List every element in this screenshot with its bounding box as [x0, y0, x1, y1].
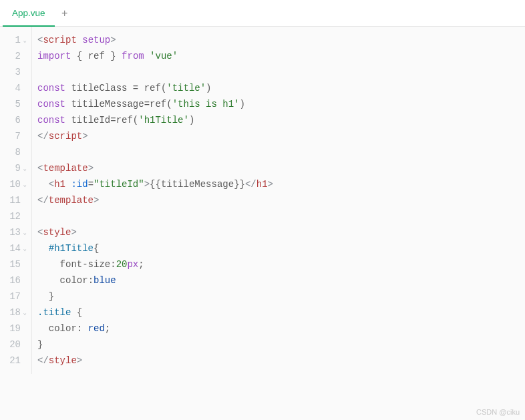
code-line[interactable]: <script setup>	[37, 32, 525, 48]
new-tab-button[interactable]: +	[55, 7, 75, 19]
line-number: 6	[0, 112, 27, 128]
code-line[interactable]: <h1 :id="titleId">{{titileMessage}}</h1>	[37, 176, 525, 192]
line-number: 14⌄	[0, 240, 27, 256]
fold-chevron-icon[interactable]: ⌄	[23, 225, 27, 241]
line-number: 8	[0, 144, 27, 160]
line-number: 21	[0, 353, 27, 369]
code-editor[interactable]: 1⌄23456789⌄10⌄111213⌄14⌄15161718⌄192021 …	[0, 27, 525, 374]
code-line[interactable]: #h1Title{	[37, 240, 525, 256]
fold-chevron-icon[interactable]: ⌄	[23, 177, 27, 193]
fold-chevron-icon[interactable]: ⌄	[23, 305, 27, 321]
code-line[interactable]: const titleClass = ref('title')	[37, 80, 525, 96]
line-number: 18⌄	[0, 304, 27, 321]
line-number: 7	[0, 128, 27, 144]
code-line[interactable]: const titleId=ref('h1Title')	[37, 112, 525, 128]
line-number: 16	[0, 272, 27, 288]
fold-chevron-icon[interactable]: ⌄	[23, 161, 27, 177]
code-line[interactable]	[37, 64, 525, 80]
line-number: 5	[0, 96, 27, 112]
line-number: 1⌄	[0, 32, 27, 48]
line-number: 9⌄	[0, 160, 27, 176]
code-line[interactable]: }	[37, 288, 525, 304]
code-line[interactable]: font-size:20px;	[37, 256, 525, 272]
gutter: 1⌄23456789⌄10⌄111213⌄14⌄15161718⌄192021	[0, 27, 32, 374]
fold-chevron-icon[interactable]: ⌄	[23, 33, 27, 49]
line-number: 13⌄	[0, 224, 27, 240]
line-number: 4	[0, 80, 27, 96]
line-number: 19	[0, 321, 27, 337]
code-line[interactable]: </template>	[37, 192, 525, 208]
code-line[interactable]: </script>	[37, 128, 525, 144]
tab-bar: App.vue +	[0, 0, 525, 27]
line-number: 20	[0, 337, 27, 353]
tab-app-vue[interactable]: App.vue	[3, 0, 55, 27]
code-line[interactable]	[37, 144, 525, 160]
code-line[interactable]: import { ref } from 'vue'	[37, 48, 525, 64]
code-line[interactable]: </style>	[37, 353, 525, 369]
line-number: 15	[0, 256, 27, 272]
line-number: 17	[0, 288, 27, 304]
line-number: 11	[0, 192, 27, 208]
watermark: CSDN @ciku	[476, 408, 520, 416]
code-line[interactable]: .title {	[37, 304, 525, 321]
code-line[interactable]: color: red;	[37, 321, 525, 337]
code-line[interactable]	[37, 208, 525, 224]
code-line[interactable]: <style>	[37, 224, 525, 240]
code-line[interactable]: }	[37, 337, 525, 353]
code-line[interactable]: color:blue	[37, 272, 525, 288]
line-number: 12	[0, 208, 27, 224]
code-line[interactable]: const titileMessage=ref('this is h1')	[37, 96, 525, 112]
code-line[interactable]: <template>	[37, 160, 525, 176]
line-number: 2	[0, 48, 27, 64]
code-area[interactable]: <script setup>import { ref } from 'vue' …	[32, 27, 525, 374]
fold-chevron-icon[interactable]: ⌄	[23, 241, 27, 257]
line-number: 10⌄	[0, 176, 27, 192]
line-number: 3	[0, 64, 27, 80]
